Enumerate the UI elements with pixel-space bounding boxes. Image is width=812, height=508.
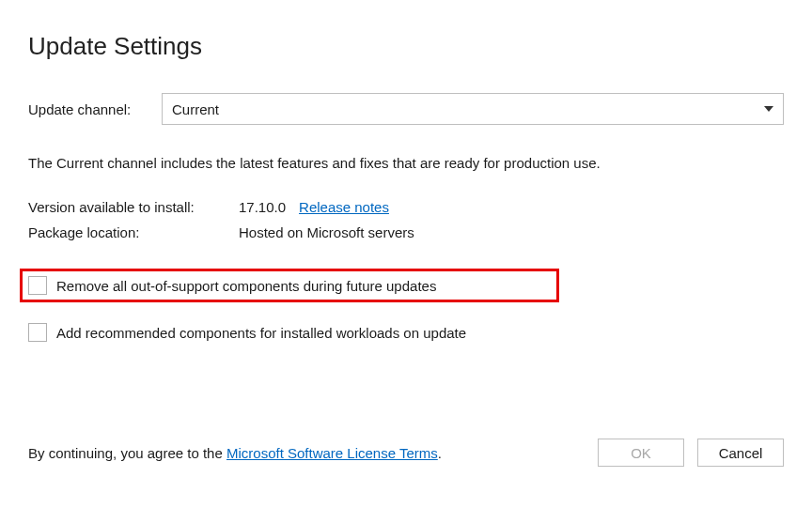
license-prefix: By continuing, you agree to the <box>28 445 226 461</box>
remove-out-of-support-checkbox[interactable] <box>28 276 47 295</box>
add-recommended-row: Add recommended components for installed… <box>28 316 784 349</box>
license-text: By continuing, you agree to the Microsof… <box>28 445 442 461</box>
ok-button[interactable]: OK <box>598 439 684 467</box>
update-channel-label: Update channel: <box>28 101 162 117</box>
release-notes-link[interactable]: Release notes <box>299 199 389 215</box>
page-title: Update Settings <box>28 32 784 61</box>
add-recommended-checkbox[interactable] <box>28 323 47 342</box>
update-channel-value: Current <box>172 101 219 117</box>
version-available-label: Version available to install: <box>28 199 239 215</box>
cancel-button[interactable]: Cancel <box>697 439 784 467</box>
update-channel-select[interactable]: Current <box>162 93 784 125</box>
remove-out-of-support-row: Remove all out-of-support components dur… <box>20 269 559 302</box>
add-recommended-label[interactable]: Add recommended components for installed… <box>56 325 466 341</box>
channel-description: The Current channel includes the latest … <box>28 155 784 171</box>
package-location-value: Hosted on Microsoft servers <box>239 224 414 240</box>
package-location-label: Package location: <box>28 224 239 240</box>
chevron-down-icon <box>764 106 773 112</box>
version-available-value: 17.10.0 <box>239 199 286 215</box>
remove-out-of-support-label[interactable]: Remove all out-of-support components dur… <box>56 278 436 294</box>
license-terms-link[interactable]: Microsoft Software License Terms <box>226 445 438 461</box>
license-suffix: . <box>438 445 442 461</box>
